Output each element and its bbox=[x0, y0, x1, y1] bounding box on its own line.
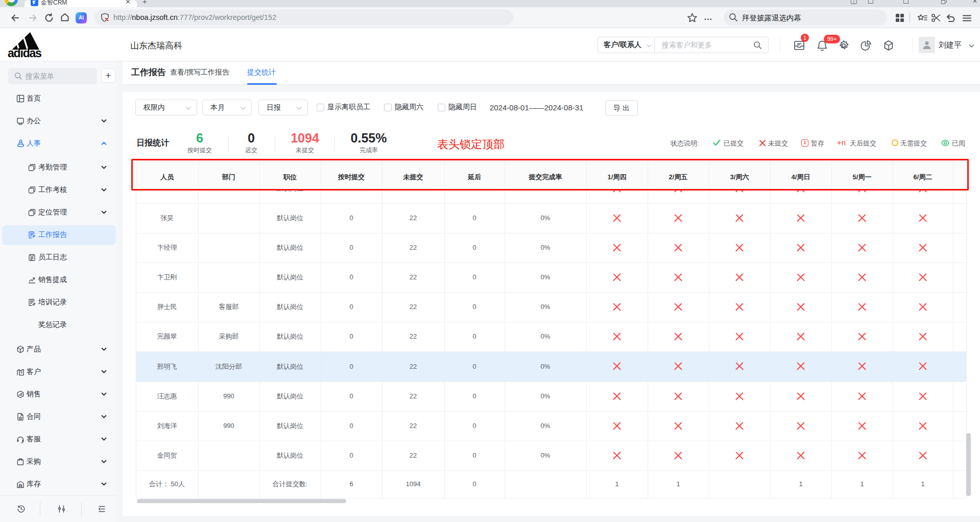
svg-text:adidas: adidas bbox=[8, 46, 41, 58]
